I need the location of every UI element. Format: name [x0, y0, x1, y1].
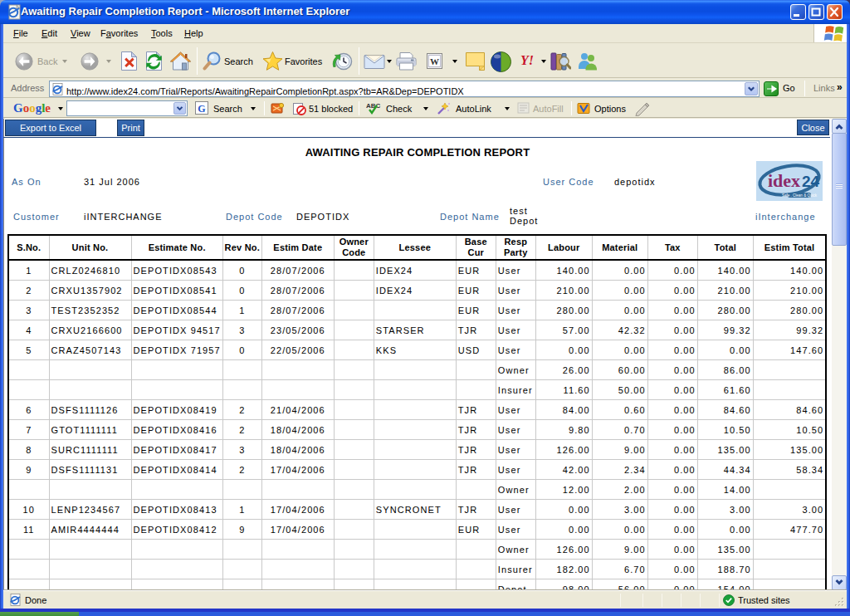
- svg-text:G: G: [198, 103, 205, 115]
- svg-text:idex: idex: [768, 170, 800, 191]
- svg-text:ABC: ABC: [366, 102, 381, 110]
- svg-text:24: 24: [802, 173, 820, 190]
- svg-text:W: W: [430, 56, 439, 66]
- svg-text:Safe . Clean & Quick: Safe . Clean & Quick: [782, 193, 818, 198]
- svg-text:Y!: Y!: [520, 53, 534, 67]
